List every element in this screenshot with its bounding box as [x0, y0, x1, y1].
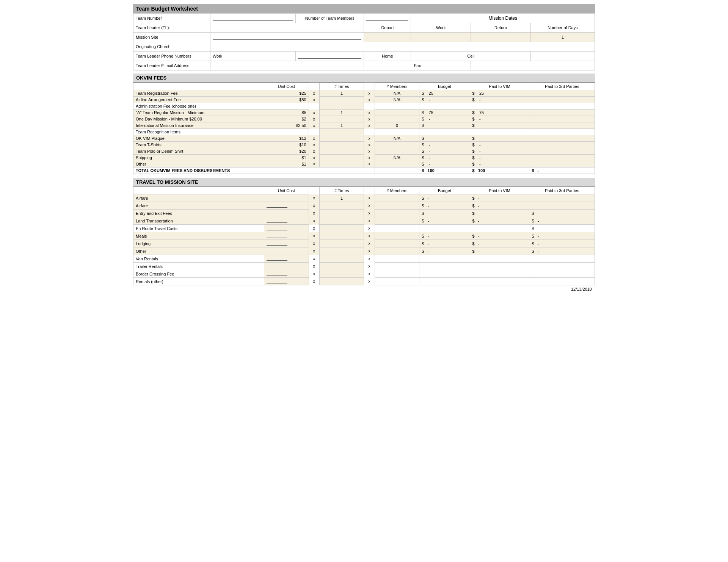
travel-row-times[interactable]: [319, 202, 364, 210]
row-times[interactable]: 1: [319, 110, 364, 116]
travel-row-unit[interactable]: [264, 202, 309, 210]
travel-row-times[interactable]: [319, 225, 364, 232]
row-3rd: [529, 116, 595, 122]
travel-row-times[interactable]: [319, 210, 364, 217]
team-members-value[interactable]: [364, 14, 411, 23]
row-unit[interactable]: $12: [264, 135, 309, 142]
travel-row-times[interactable]: [319, 255, 364, 263]
row-3rd: [529, 103, 595, 110]
travel-row-unit[interactable]: [264, 225, 309, 232]
row-x2: x: [364, 110, 375, 116]
travel-row-members: [375, 225, 419, 232]
phone-home-label: Home: [364, 52, 411, 61]
row-times[interactable]: [319, 129, 364, 135]
row-x2: x: [364, 142, 375, 148]
mission-dates-label: Mission Dates: [411, 14, 595, 23]
travel-row-desc: En Route Travel Costs: [133, 225, 264, 232]
row-unit[interactable]: $2: [264, 116, 309, 122]
travel-row-unit[interactable]: [264, 247, 309, 255]
worksheet: Team Budget Worksheet Team Number Number…: [133, 4, 595, 293]
row-times[interactable]: 1: [319, 122, 364, 129]
row-times[interactable]: [319, 97, 364, 103]
travel-row-unit[interactable]: [264, 240, 309, 247]
work-value[interactable]: [411, 33, 471, 42]
row-times[interactable]: [319, 155, 364, 161]
work-header: Work: [411, 23, 471, 33]
travel-row-desc: Rentals (other): [133, 278, 264, 285]
row-desc: Team Polo or Denim Shirt: [133, 148, 264, 155]
travel-col-vim: Paid to VIM: [470, 187, 529, 194]
row-vim: $ -: [470, 161, 529, 168]
travel-row-times[interactable]: [319, 278, 364, 285]
okvim-row: Airline Arrangement Fee $50 x x N/A $ - …: [133, 97, 595, 103]
travel-row-times[interactable]: [319, 263, 364, 270]
travel-row-vim: $ -: [470, 240, 529, 247]
row-times[interactable]: [319, 135, 364, 142]
row-times[interactable]: [319, 142, 364, 148]
phone-cell-value[interactable]: [530, 52, 595, 61]
depart-value[interactable]: [364, 33, 411, 42]
row-times[interactable]: 1: [319, 90, 364, 97]
row-times[interactable]: [319, 148, 364, 155]
team-leader-value[interactable]: [210, 23, 364, 33]
row-vim: $ -: [470, 97, 529, 103]
row-desc: Other: [133, 161, 264, 168]
row-unit[interactable]: $50: [264, 97, 309, 103]
travel-row-desc: Entry and Exit Fees: [133, 210, 264, 217]
row-x1: x: [309, 97, 319, 103]
travel-x2: x: [364, 263, 375, 270]
travel-row: Airfare x 1 x $ - $ -: [133, 194, 595, 202]
travel-x1: x: [309, 210, 319, 217]
row-members: N/A: [375, 90, 419, 97]
email-value[interactable]: [210, 61, 364, 70]
row-unit[interactable]: $10: [264, 142, 309, 148]
phone-work-value[interactable]: [296, 52, 364, 61]
travel-row-unit[interactable]: [264, 210, 309, 217]
originating-church-value[interactable]: [210, 42, 595, 52]
fax-label: Fax: [364, 61, 471, 70]
row-desc: Airline Arrangement Fee: [133, 97, 264, 103]
okvim-row: International Mission Insurance $2.50 x …: [133, 122, 595, 129]
phone-label: Team Leader Phone Numbers: [133, 52, 210, 61]
travel-row-times[interactable]: [319, 240, 364, 247]
travel-row: Trailer Rentals x x: [133, 263, 595, 270]
team-number-value[interactable]: [210, 14, 295, 23]
okvim-col-members: # Members: [375, 83, 419, 90]
row-times[interactable]: [319, 116, 364, 122]
travel-row-unit[interactable]: [264, 194, 309, 202]
row-unit[interactable]: $1: [264, 155, 309, 161]
travel-row-times[interactable]: [319, 247, 364, 255]
travel-row-unit[interactable]: [264, 255, 309, 263]
row-unit[interactable]: $2.50: [264, 122, 309, 129]
row-unit[interactable]: $5: [264, 110, 309, 116]
row-x2: [364, 103, 375, 110]
travel-row-unit[interactable]: [264, 232, 309, 240]
return-value[interactable]: [471, 33, 531, 42]
travel-row: En Route Travel Costs x x $ -: [133, 225, 595, 232]
row-desc: OK VIM Plaque: [133, 135, 264, 142]
row-unit[interactable]: $20: [264, 148, 309, 155]
row-unit[interactable]: $1: [264, 161, 309, 168]
row-desc: Shipping: [133, 155, 264, 161]
row-unit[interactable]: $25: [264, 90, 309, 97]
row-times[interactable]: [319, 161, 364, 168]
row-x2: [364, 129, 375, 135]
okvim-col-unit: Unit Cost: [264, 83, 309, 90]
travel-row-members: [375, 240, 419, 247]
team-leader-label: Team Leader (TL):: [133, 23, 210, 33]
travel-row-unit[interactable]: [264, 263, 309, 270]
travel-row-unit[interactable]: [264, 270, 309, 278]
row-members: N/A: [375, 97, 419, 103]
travel-row-unit[interactable]: [264, 217, 309, 225]
travel-row-times[interactable]: [319, 270, 364, 278]
num-days-value[interactable]: 1: [530, 33, 595, 42]
row-times[interactable]: [319, 103, 364, 110]
travel-row-times[interactable]: [319, 217, 364, 225]
travel-row-unit[interactable]: [264, 278, 309, 285]
mission-site-value[interactable]: [210, 33, 364, 42]
fax-value[interactable]: [471, 61, 595, 70]
travel-row-members: [375, 232, 419, 240]
okvim-col-3rd: Paid to 3rd Parties: [529, 83, 595, 90]
travel-row-times[interactable]: [319, 232, 364, 240]
travel-row-times[interactable]: 1: [319, 194, 364, 202]
